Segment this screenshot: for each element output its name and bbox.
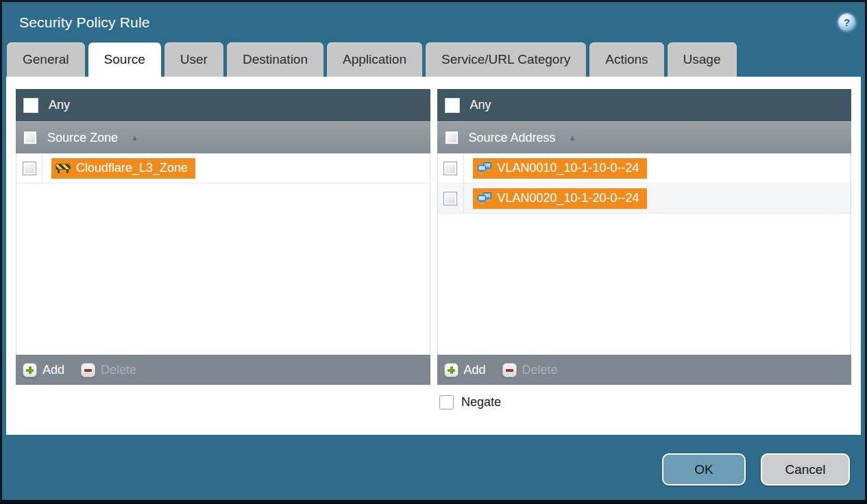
- dialog-body: Any Source Zone ▲ Cloudflare_L3_Zone: [6, 77, 861, 435]
- source-address-any-label: Any: [470, 98, 491, 112]
- negate-checkbox[interactable]: [439, 395, 454, 410]
- dialog-title: Security Policy Rule: [19, 14, 150, 31]
- zone-tag-label: Cloudflare_L3_Zone: [76, 161, 188, 175]
- ok-button[interactable]: OK: [662, 453, 746, 486]
- negate-label: Negate: [461, 395, 501, 410]
- source-zone-any-label: Any: [49, 98, 70, 112]
- source-address-column-title: Source Address: [469, 131, 556, 145]
- delete-minus-icon: [502, 363, 517, 377]
- tab-actions[interactable]: Actions: [589, 42, 663, 77]
- add-button[interactable]: Add: [23, 363, 64, 377]
- add-plus-icon: [444, 363, 459, 377]
- source-zone-selectall-checkbox[interactable]: [23, 131, 37, 144]
- add-button-label: Add: [42, 363, 64, 377]
- table-row[interactable]: Cloudflare_L3_Zone: [16, 153, 430, 184]
- table-row[interactable]: VLAN0020_10-1-20-0--24: [438, 184, 851, 214]
- delete-minus-icon: [81, 363, 95, 377]
- source-zone-rows: Cloudflare_L3_Zone: [16, 153, 430, 355]
- tab-application[interactable]: Application: [327, 42, 422, 77]
- cancel-button[interactable]: Cancel: [761, 453, 850, 486]
- delete-button[interactable]: Delete: [502, 363, 558, 377]
- row-checkbox[interactable]: [443, 192, 457, 205]
- source-zone-footer: Add Delete: [16, 355, 430, 385]
- source-zone-column-header[interactable]: Source Zone ▲: [16, 121, 430, 153]
- source-address-selectall-checkbox[interactable]: [445, 131, 459, 144]
- address-tag[interactable]: VLAN0020_10-1-20-0--24: [473, 188, 647, 209]
- sort-ascending-icon: ▲: [131, 134, 138, 142]
- table-row[interactable]: VLAN0010_10-1-10-0--24: [438, 153, 851, 184]
- tab-service-url-category[interactable]: Service/URL Category: [426, 42, 586, 77]
- add-button[interactable]: Add: [444, 363, 486, 377]
- network-address-icon: [477, 162, 492, 174]
- source-panels: Any Source Zone ▲ Cloudflare_L3_Zone: [16, 89, 851, 385]
- source-address-column-header[interactable]: Source Address ▲: [437, 121, 852, 153]
- delete-button-label: Delete: [522, 363, 558, 377]
- sort-ascending-icon: ▲: [569, 134, 576, 142]
- source-address-any-checkbox[interactable]: [445, 98, 460, 113]
- source-zone-any-header: Any: [16, 89, 430, 121]
- delete-button[interactable]: Delete: [81, 363, 136, 377]
- source-zone-panel: Any Source Zone ▲ Cloudflare_L3_Zone: [16, 89, 430, 385]
- source-address-footer: Add Delete: [437, 355, 852, 385]
- source-zone-column-title: Source Zone: [47, 131, 118, 145]
- zone-tag[interactable]: Cloudflare_L3_Zone: [51, 158, 195, 179]
- negate-row: Negate: [439, 395, 851, 410]
- row-checkbox-cell: [438, 184, 464, 213]
- row-checkbox-cell: [438, 153, 464, 183]
- row-checkbox[interactable]: [443, 162, 457, 175]
- zone-icon: [56, 163, 71, 173]
- tab-user[interactable]: User: [164, 42, 223, 77]
- dialog-footer: OK Cancel: [2, 435, 865, 486]
- add-button-label: Add: [464, 363, 486, 377]
- security-policy-rule-dialog: Security Policy Rule ? General Source Us…: [0, 0, 867, 504]
- help-icon[interactable]: ?: [838, 14, 855, 31]
- tab-usage[interactable]: Usage: [668, 42, 737, 77]
- source-address-rows: VLAN0010_10-1-10-0--24: [437, 153, 852, 355]
- tab-general[interactable]: General: [7, 42, 85, 77]
- tab-source[interactable]: Source: [88, 42, 161, 77]
- network-address-icon: [477, 192, 492, 204]
- address-tag-label: VLAN0010_10-1-10-0--24: [498, 161, 639, 175]
- add-plus-icon: [23, 363, 37, 377]
- dialog-titlebar: Security Policy Rule ?: [2, 2, 865, 42]
- delete-button-label: Delete: [101, 363, 136, 377]
- address-tag-label: VLAN0020_10-1-20-0--24: [498, 191, 639, 205]
- source-address-any-header: Any: [437, 89, 852, 121]
- source-address-panel: Any Source Address ▲: [437, 89, 852, 385]
- address-tag[interactable]: VLAN0010_10-1-10-0--24: [473, 158, 647, 179]
- row-checkbox[interactable]: [23, 162, 36, 175]
- tab-bar: General Source User Destination Applicat…: [2, 42, 865, 77]
- tab-destination[interactable]: Destination: [227, 42, 323, 77]
- row-checkbox-cell: [16, 153, 42, 183]
- source-zone-any-checkbox[interactable]: [23, 98, 38, 113]
